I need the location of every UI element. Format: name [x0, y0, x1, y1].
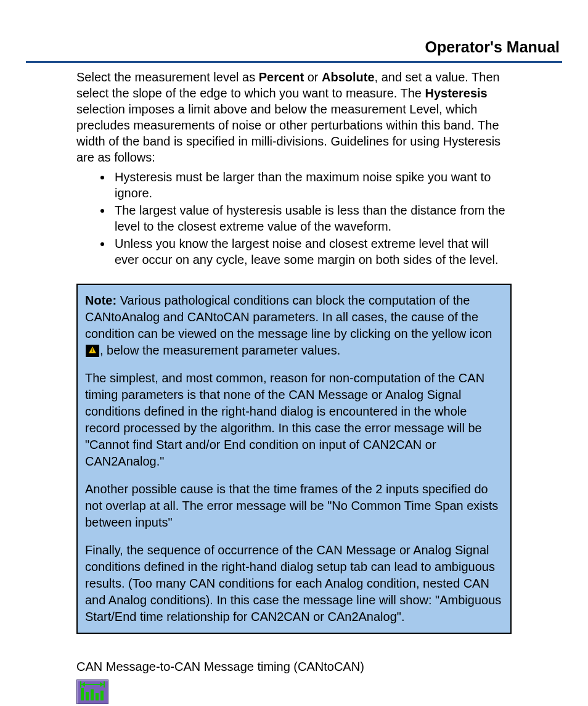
list-item: Hysteresis must be larger than the maxim…	[112, 169, 512, 201]
header-rule	[26, 61, 562, 63]
note-label: Note:	[85, 293, 116, 307]
note-paragraph-1: Note: Various pathological conditions ca…	[85, 292, 503, 359]
note-paragraph-3: Another possible cause is that the time …	[85, 481, 503, 531]
note-paragraph-4: Finally, the sequence of occurrence of t…	[85, 542, 503, 625]
text: , below the measurement parameter values…	[100, 343, 340, 357]
text: selection imposes a limit above and belo…	[76, 102, 500, 164]
text: or	[304, 70, 322, 84]
bold-text: Hysteresis	[425, 86, 488, 100]
manual-title: Operator's Manual	[26, 37, 562, 57]
section-heading-cantocan: CAN Message-to-CAN Message timing (CANto…	[76, 659, 512, 675]
document-page: Operator's Manual Select the measurement…	[0, 0, 588, 706]
text: Various pathological conditions can bloc…	[85, 293, 492, 340]
text: Select the measurement level as	[76, 70, 259, 84]
bold-text: Percent	[259, 70, 304, 84]
guidelines-list: Hysteresis must be larger than the maxim…	[76, 169, 512, 268]
warning-icon	[86, 345, 99, 357]
note-paragraph-2: The simplest, and most common, reason fo…	[85, 370, 503, 470]
page-header: Operator's Manual	[26, 37, 562, 69]
note-box: Note: Various pathological conditions ca…	[76, 284, 512, 634]
list-item: Unless you know the largest noise and cl…	[112, 236, 512, 268]
intro-paragraph: Select the measurement level as Percent …	[76, 69, 512, 165]
cantocan-icon	[76, 679, 108, 704]
page-body: Select the measurement level as Percent …	[26, 69, 562, 707]
bold-text: Absolute	[322, 70, 375, 84]
list-item: The largest value of hysteresis usable i…	[112, 202, 512, 234]
